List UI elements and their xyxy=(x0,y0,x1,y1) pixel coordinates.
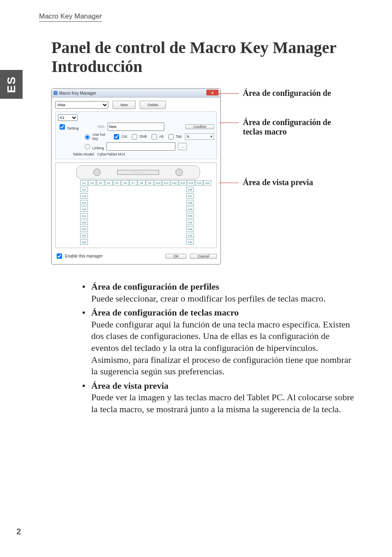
linking-input[interactable] xyxy=(106,142,175,151)
enable-manager-checkbox-input[interactable] xyxy=(57,253,62,259)
page-title: Panel de control de Macro Key Manager In… xyxy=(51,38,371,76)
running-head: Macro Key Manager xyxy=(39,12,102,22)
key-k31[interactable]: K31 xyxy=(186,220,194,225)
hint-label: Hint: xyxy=(81,125,105,129)
hotkey-combo-value: N xyxy=(187,135,189,139)
window-title: Macro Key Manager xyxy=(59,91,96,95)
key-k32[interactable]: K32 xyxy=(186,226,194,232)
key-k7[interactable]: K7 xyxy=(129,180,137,186)
key-k22[interactable]: K22 xyxy=(80,220,88,225)
key-k24[interactable]: K24 xyxy=(80,233,88,238)
setting-checkbox-input[interactable] xyxy=(60,124,65,130)
tablet-model-value: CyberTablet M14 xyxy=(97,152,125,156)
close-button[interactable]: x xyxy=(206,90,219,95)
key-k16[interactable]: K16 xyxy=(203,180,211,186)
modifier-checkboxes: Ctrl Shift Alt Tab xyxy=(112,133,182,141)
callout-profile-area: Área de configuración de xyxy=(231,88,371,98)
page-number: 2 xyxy=(16,527,21,536)
browse-button[interactable]: ... xyxy=(178,143,187,150)
key-k27[interactable]: K27 xyxy=(186,193,194,199)
delete-profile-button[interactable]: Delete xyxy=(140,101,166,109)
bullet-preview: Área de vista previa Puede ver la imagen… xyxy=(82,380,359,415)
callout-macro-area: Área de configuración de teclas macro xyxy=(231,118,371,137)
key-k15[interactable]: K15 xyxy=(195,180,203,186)
app-icon xyxy=(53,91,58,95)
key-k3[interactable]: K3 xyxy=(97,180,104,186)
key-k26[interactable]: K26 xyxy=(186,187,194,192)
use-hotkey-radio[interactable]: Use hot key xyxy=(83,132,109,141)
bullet-preview-body: Puede ver la imagen y las teclas macro d… xyxy=(91,392,354,414)
left-key-column: K17 K18 K19 K20 K21 K22 K23 K24 K25 xyxy=(80,187,88,245)
bullet-profile-body: Puede seleccionar, crear o modificar los… xyxy=(91,293,325,304)
callout-macro-area-line2: teclas macro xyxy=(243,127,287,136)
chevron-down-icon: ▾ xyxy=(210,135,212,139)
key-k23[interactable]: K23 xyxy=(80,226,88,232)
confirm-button[interactable]: Confirm xyxy=(185,124,214,129)
setting-checkbox-label: Setting xyxy=(67,126,79,130)
key-select[interactable]: K1 xyxy=(58,114,78,121)
key-k33[interactable]: K33 xyxy=(186,233,194,238)
key-k30[interactable]: K30 xyxy=(186,213,194,218)
body-text: Área de configuración de perfiles Puede … xyxy=(82,281,359,415)
key-k4[interactable]: K4 xyxy=(105,180,113,186)
language-tab: ES xyxy=(0,70,23,99)
bullet-preview-title: Área de vista previa xyxy=(91,381,168,391)
profile-select[interactable]: Vista xyxy=(55,101,108,109)
profile-area: Vista New Delete xyxy=(55,101,217,109)
key-k12[interactable]: K12 xyxy=(171,180,178,186)
callout-macro-area-line1: Área de configuración de xyxy=(243,118,331,127)
key-k17[interactable]: K17 xyxy=(80,187,88,192)
key-k9[interactable]: K9 xyxy=(146,180,154,186)
right-key-column: K26 K27 K28 K29 K30 K31 K32 K33 K34 xyxy=(186,187,194,245)
linking-label: Linking xyxy=(92,146,104,150)
key-k5[interactable]: K5 xyxy=(113,180,121,186)
bullet-profile-title: Área de configuración de perfiles xyxy=(91,281,219,292)
key-k1[interactable]: K1 xyxy=(80,180,88,186)
enable-manager-label: Enable this manager xyxy=(65,254,103,258)
key-k10[interactable]: K10 xyxy=(154,180,162,186)
hint-input[interactable] xyxy=(108,123,164,131)
bullet-macro-title: Área de configuración de teclas macro xyxy=(91,307,239,318)
app-window: Macro Key Manager x Vista New Delete K1 xyxy=(51,88,221,265)
key-k2[interactable]: K2 xyxy=(88,180,96,186)
enable-manager-checkbox[interactable]: Enable this manager xyxy=(55,252,103,260)
key-k20[interactable]: K20 xyxy=(80,207,88,212)
key-k18[interactable]: K18 xyxy=(80,193,88,199)
tablet-hole-left xyxy=(93,169,101,176)
key-k34[interactable]: K34 xyxy=(186,239,194,245)
key-k19[interactable]: K19 xyxy=(80,200,88,205)
tablet-model-label: Tablet Model: xyxy=(73,152,95,156)
use-hotkey-radio-input[interactable] xyxy=(85,135,90,140)
key-k13[interactable]: K13 xyxy=(179,180,187,186)
callout-preview-area: Área de vista previa xyxy=(231,178,371,187)
ctrl-checkbox[interactable]: Ctrl xyxy=(112,133,127,141)
key-k25[interactable]: K25 xyxy=(80,239,88,245)
setting-checkbox[interactable]: Setting xyxy=(58,123,79,131)
linking-radio[interactable]: Linking xyxy=(83,143,104,150)
tablet-slider: ◦ — — — — xyxy=(117,170,159,175)
new-profile-button[interactable]: New xyxy=(113,101,136,109)
key-k21[interactable]: K21 xyxy=(80,213,88,218)
tablet-frame: ◦ — — — — xyxy=(76,165,200,179)
linking-radio-input[interactable] xyxy=(85,144,90,149)
macro-key-area: K1 Setting Hint: Confirm xyxy=(55,111,217,159)
tablet-hole-right xyxy=(175,169,183,176)
ok-button[interactable]: OK xyxy=(166,254,187,259)
bullet-macro-body: Puede configurar aquí la función de una … xyxy=(91,319,351,376)
hotkey-combo[interactable]: N ▾ xyxy=(185,133,214,140)
alt-checkbox[interactable]: Alt xyxy=(150,133,164,141)
shift-checkbox[interactable]: Shift xyxy=(130,133,147,141)
key-k8[interactable]: K8 xyxy=(138,180,145,186)
key-k14[interactable]: K14 xyxy=(187,180,195,186)
preview-area: ◦ — — — — K1 K2 K3 K4 K5 K6 K7 K8 K9 K10 xyxy=(55,162,217,248)
key-k11[interactable]: K11 xyxy=(162,180,170,186)
cancel-button[interactable]: Cancel xyxy=(190,254,217,259)
key-k28[interactable]: K28 xyxy=(186,200,194,205)
tab-checkbox[interactable]: Tab xyxy=(167,133,182,141)
top-key-row: K1 K2 K3 K4 K5 K6 K7 K8 K9 K10 K11 K12 K… xyxy=(80,180,211,186)
key-k29[interactable]: K29 xyxy=(186,207,194,212)
bullet-profile: Área de configuración de perfiles Puede … xyxy=(82,281,359,304)
bullet-macro: Área de configuración de teclas macro Pu… xyxy=(82,307,359,378)
key-k6[interactable]: K6 xyxy=(121,180,129,186)
use-hotkey-label: Use hot key xyxy=(92,132,109,141)
